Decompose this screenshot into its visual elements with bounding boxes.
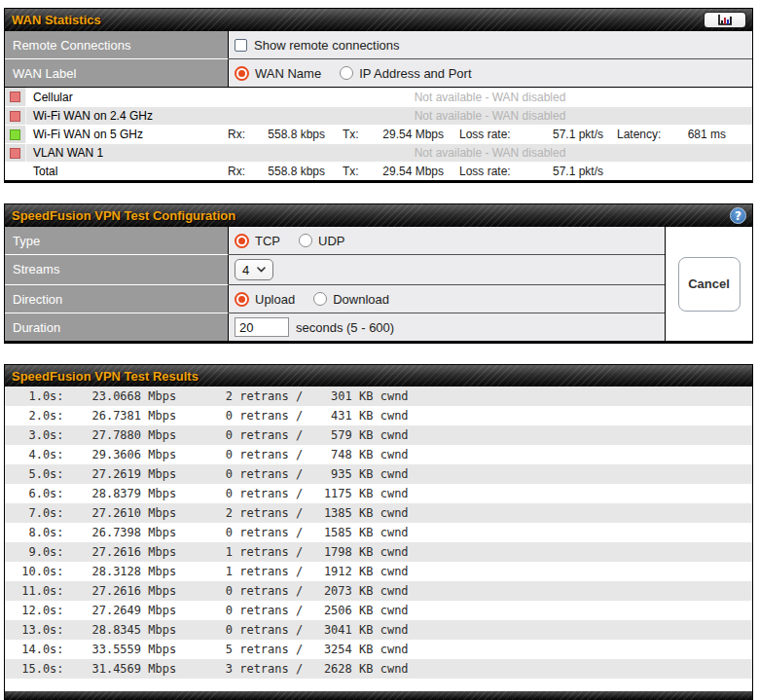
wan-disabled-message: Not available - WAN disabled xyxy=(415,109,566,123)
wan-name: Cellular xyxy=(26,88,228,106)
wan-disabled-message: Not available - WAN disabled xyxy=(415,91,566,104)
vpn-test-results-list: 1.0s: 23.0668 Mbps 2 retrans / 301 KB cw… xyxy=(5,387,752,679)
duration-label: Duration xyxy=(5,313,229,341)
vpn-test-config-header: SpeedFusion VPN Test Configuration ? xyxy=(5,204,752,227)
stat-sp-loss: Loss rate:57.1 pkt/s xyxy=(459,165,603,178)
cancel-button[interactable]: Cancel xyxy=(678,257,741,312)
tcp-radio-label: TCP xyxy=(255,234,280,248)
streams-select-value: 4 xyxy=(242,263,249,277)
stat-sp-rx: Rx:558.8 kbps xyxy=(228,128,325,141)
direction-download-option[interactable]: Download xyxy=(313,292,389,307)
wan-name-option[interactable]: WAN Name xyxy=(235,66,321,81)
streams-select[interactable]: 4 xyxy=(235,259,273,280)
stat-value: 29.54 Mbps xyxy=(382,165,444,178)
stat-label: Tx: xyxy=(343,165,359,178)
wan-status-icon xyxy=(10,148,20,159)
direction-upload-option[interactable]: Upload xyxy=(235,292,295,307)
stat-sp-loss: Loss rate:57.1 pkt/s xyxy=(459,128,603,141)
result-row: 2.0s: 26.7381 Mbps 0 retrans / 431 KB cw… xyxy=(5,406,752,425)
ip-address-port-radio[interactable] xyxy=(340,66,353,80)
udp-radio-label: UDP xyxy=(318,234,344,248)
udp-radio[interactable] xyxy=(299,234,312,247)
wan-stats: Rx:558.8 kbpsTx:29.54 MbpsLoss rate:57.1… xyxy=(228,163,752,180)
streams-row: Streams 4 xyxy=(5,254,665,284)
wan-status-cell xyxy=(5,126,26,143)
show-remote-connections-checkbox[interactable] xyxy=(235,39,247,52)
remote-connections-label: Remote Connections xyxy=(5,31,229,58)
tcp-radio[interactable] xyxy=(235,234,249,248)
chevron-down-icon xyxy=(257,267,266,273)
duration-value-cell: seconds (5 - 600) xyxy=(229,313,665,341)
download-radio[interactable] xyxy=(313,292,327,306)
wan-statistics-header: WAN Statistics xyxy=(5,9,752,31)
stat-label: Loss rate: xyxy=(459,128,511,141)
ip-address-port-option[interactable]: IP Address and Port xyxy=(340,66,471,81)
help-icon[interactable]: ? xyxy=(730,207,746,224)
stat-value: 558.8 kbps xyxy=(268,128,325,141)
stat-sp-tx: Tx:29.54 Mbps xyxy=(343,128,444,141)
direction-row: Direction Upload Download xyxy=(5,284,665,313)
remote-connections-value: Show remote connections xyxy=(229,31,752,58)
result-row: 14.0s: 33.5559 Mbps 5 retrans / 3254 KB … xyxy=(5,640,752,659)
result-row: 4.0s: 29.3606 Mbps 0 retrans / 748 KB cw… xyxy=(5,445,752,464)
wan-name: Total xyxy=(26,163,228,180)
vpn-test-results-title: SpeedFusion VPN Test Results xyxy=(12,369,746,384)
usage-chart-button[interactable] xyxy=(704,12,746,28)
result-row: 12.0s: 27.2649 Mbps 0 retrans / 2506 KB … xyxy=(5,601,752,620)
wan-status-cell xyxy=(5,107,26,125)
wan-name-radio[interactable] xyxy=(235,66,249,81)
direction-value: Upload Download xyxy=(229,284,665,313)
vpn-test-config-rows: Type TCP UDP Streams 4 xyxy=(5,227,665,341)
vpn-test-results-header: SpeedFusion VPN Test Results xyxy=(5,365,752,387)
type-value: TCP UDP xyxy=(229,227,665,254)
result-row: 5.0s: 27.2619 Mbps 0 retrans / 935 KB cw… xyxy=(5,464,752,484)
result-row: 1.0s: 23.0668 Mbps 2 retrans / 301 KB cw… xyxy=(5,387,752,406)
upload-radio[interactable] xyxy=(235,292,249,307)
type-udp-option[interactable]: UDP xyxy=(299,234,344,248)
result-row: 13.0s: 28.8345 Mbps 0 retrans / 3041 KB … xyxy=(5,620,752,640)
duration-input[interactable] xyxy=(235,317,289,337)
wan-row: Wi-Fi WAN on 2.4 GHz Not available - WAN… xyxy=(5,106,752,125)
result-row: 8.0s: 26.7398 Mbps 0 retrans / 1585 KB c… xyxy=(5,523,752,542)
type-tcp-option[interactable]: TCP xyxy=(235,234,280,248)
wan-status-icon xyxy=(10,111,20,122)
show-remote-connections-text: Show remote connections xyxy=(254,38,400,53)
wan-label-value: WAN Name IP Address and Port xyxy=(229,58,752,87)
bar-chart-icon xyxy=(717,15,733,26)
stat-label: Loss rate: xyxy=(459,165,511,178)
streams-value-cell: 4 xyxy=(229,254,665,284)
vpn-test-config-title: SpeedFusion VPN Test Configuration xyxy=(12,208,730,223)
duration-suffix: seconds (5 - 600) xyxy=(296,320,394,335)
wan-status-cell xyxy=(5,144,26,162)
result-row: 10.0s: 28.3128 Mbps 1 retrans / 1912 KB … xyxy=(5,562,752,581)
stat-value: 29.54 Mbps xyxy=(382,128,444,141)
cancel-cell: Cancel xyxy=(665,227,752,341)
result-row: 7.0s: 27.2610 Mbps 2 retrans / 1385 KB c… xyxy=(5,503,752,523)
wan-stats: Not available - WAN disabled xyxy=(228,107,752,125)
wan-name: VLAN WAN 1 xyxy=(26,144,228,162)
stat-label: Rx: xyxy=(228,128,245,141)
stat-value: 558.8 kbps xyxy=(268,165,325,178)
vpn-test-results-panel: SpeedFusion VPN Test Results 1.0s: 23.06… xyxy=(4,364,753,700)
stat-sp-lat: Latency:681 ms xyxy=(617,128,726,141)
wan-name-radio-label: WAN Name xyxy=(255,66,321,81)
wan-row: Total Rx:558.8 kbpsTx:29.54 MbpsLoss rat… xyxy=(5,162,752,180)
result-row: 3.0s: 27.7880 Mbps 0 retrans / 579 KB cw… xyxy=(5,425,752,445)
wan-stats: Rx:558.8 kbpsTx:29.54 MbpsLoss rate:57.1… xyxy=(228,126,752,143)
stat-value: 57.1 pkt/s xyxy=(553,165,603,178)
vpn-test-config-body: Type TCP UDP Streams 4 xyxy=(5,227,752,341)
direction-label: Direction xyxy=(5,284,229,313)
wan-disabled-message: Not available - WAN disabled xyxy=(415,146,566,160)
type-label: Type xyxy=(5,227,229,254)
ip-address-port-radio-label: IP Address and Port xyxy=(359,66,471,81)
result-row: 11.0s: 27.2616 Mbps 0 retrans / 2073 KB … xyxy=(5,581,752,601)
wan-statistics-panel: WAN Statistics Remote Connections Show r… xyxy=(4,8,753,183)
download-radio-label: Download xyxy=(333,292,389,307)
stat-label: Tx: xyxy=(343,128,359,141)
results-spacer xyxy=(5,679,752,691)
wan-statistics-title: WAN Statistics xyxy=(12,13,704,27)
wan-stats: Not available - WAN disabled xyxy=(228,88,752,106)
result-row: 9.0s: 27.2616 Mbps 1 retrans / 1798 KB c… xyxy=(5,542,752,562)
results-footer-bar xyxy=(5,691,752,700)
result-row: 15.0s: 31.4569 Mbps 3 retrans / 2628 KB … xyxy=(5,659,752,679)
